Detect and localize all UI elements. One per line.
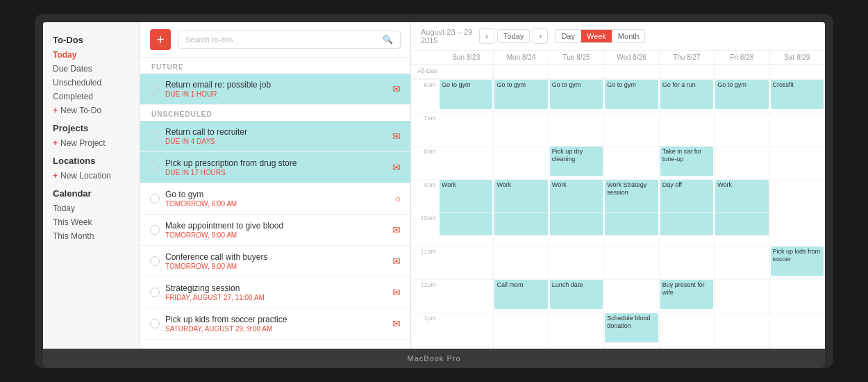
cal-time-cell[interactable] <box>494 146 548 179</box>
cal-time-cell[interactable]: Call mom <box>494 279 548 313</box>
cal-event[interactable]: Buy present for wife <box>660 280 713 309</box>
cal-time-cell[interactable] <box>660 246 714 279</box>
cal-time-cell[interactable] <box>439 146 493 179</box>
cal-time-cell[interactable] <box>494 213 548 246</box>
cal-time-cell[interactable] <box>715 146 769 179</box>
search-box[interactable]: Search to-dos 🔍 <box>178 31 401 49</box>
cal-time-cell[interactable] <box>494 246 548 279</box>
cal-view-week[interactable]: Week <box>581 30 612 42</box>
new-todo-button[interactable]: + New To-Do <box>43 103 140 117</box>
todo-checkbox[interactable] <box>150 131 160 141</box>
cal-time-cell[interactable]: Work <box>439 179 493 213</box>
cal-time-cell[interactable] <box>604 146 658 179</box>
cal-view-day[interactable]: Day <box>556 30 581 42</box>
cal-time-cell[interactable] <box>715 246 769 279</box>
cal-time-cell[interactable] <box>439 279 493 313</box>
cal-time-cell[interactable]: Go to gym <box>549 79 603 113</box>
cal-time-cell[interactable] <box>494 113 548 146</box>
cal-event[interactable]: Crossfit <box>771 80 824 109</box>
todo-item[interactable]: Pick up kids from soccer practiceSATURDA… <box>140 308 410 340</box>
cal-event[interactable]: Pick up dry cleaning <box>550 147 603 176</box>
cal-time-cell[interactable]: Day off <box>660 179 714 213</box>
cal-event[interactable]: Pick up kids from soccer <box>771 247 824 276</box>
todo-item[interactable]: Make appointment to give bloodTOMORROW, … <box>140 215 410 246</box>
cal-time-cell[interactable] <box>549 313 603 346</box>
todo-item[interactable]: Return email re: possible jobDUE IN 1 HO… <box>140 74 410 105</box>
cal-time-cell[interactable]: Work Strategy session <box>604 179 658 213</box>
todo-checkbox[interactable] <box>150 288 160 297</box>
cal-time-cell[interactable] <box>770 113 824 146</box>
cal-time-cell[interactable]: Go to gym <box>439 79 493 113</box>
cal-time-cell[interactable] <box>715 213 769 246</box>
cal-time-cell[interactable] <box>604 113 658 146</box>
cal-event[interactable]: Go for a run <box>660 80 713 109</box>
cal-prev-button[interactable]: ‹ <box>479 28 494 44</box>
todo-checkbox[interactable] <box>150 163 160 172</box>
cal-time-cell[interactable]: Work <box>494 179 548 213</box>
todo-checkbox[interactable] <box>150 194 160 204</box>
cal-time-cell[interactable] <box>439 113 493 146</box>
cal-time-cell[interactable] <box>660 113 714 146</box>
cal-time-cell[interactable] <box>604 346 658 349</box>
cal-time-cell[interactable] <box>770 213 824 246</box>
cal-time-cell[interactable]: Pick up kids from soccer <box>770 246 824 279</box>
cal-time-cell[interactable] <box>549 213 603 246</box>
cal-time-cell[interactable] <box>549 113 603 146</box>
cal-time-cell[interactable] <box>439 213 493 246</box>
cal-time-cell[interactable]: Take in car for tune-up <box>660 146 714 179</box>
cal-time-cell[interactable] <box>660 346 714 349</box>
cal-event[interactable]: Go to gym <box>550 80 603 109</box>
cal-time-cell[interactable] <box>715 113 769 146</box>
cal-time-cell[interactable]: Work <box>549 179 603 213</box>
cal-time-cell[interactable] <box>604 279 658 313</box>
cal-time-cell[interactable]: Pick up dry cleaning <box>549 146 603 179</box>
cal-time-cell[interactable]: Go to gym <box>715 79 769 113</box>
cal-time-cell[interactable]: Lunch date <box>549 279 603 313</box>
cal-time-cell[interactable]: Go to gym <box>494 79 548 113</box>
cal-time-cell[interactable] <box>549 346 603 349</box>
new-location-button[interactable]: + New Location <box>43 169 140 183</box>
cal-time-cell[interactable] <box>770 346 824 349</box>
cal-time-cell[interactable] <box>439 313 493 346</box>
cal-time-cell[interactable] <box>770 313 824 346</box>
cal-time-cell[interactable] <box>660 213 714 246</box>
todo-checkbox[interactable] <box>150 319 160 329</box>
sidebar-item-cal-week[interactable]: This Week <box>43 215 140 229</box>
sidebar-item-due-dates[interactable]: Due Dates <box>43 62 140 76</box>
cal-time-cell[interactable] <box>770 279 824 313</box>
cal-today-button[interactable]: Today <box>497 29 530 43</box>
cal-time-cell[interactable] <box>715 346 769 349</box>
cal-time-cell[interactable]: Buy present for wife <box>660 279 714 313</box>
cal-next-button[interactable]: › <box>533 28 548 44</box>
new-project-button[interactable]: + New Project <box>43 136 140 150</box>
cal-time-cell[interactable] <box>770 146 824 179</box>
cal-event[interactable]: Go to gym <box>440 80 492 109</box>
sidebar-item-cal-today[interactable]: Today <box>43 201 140 215</box>
cal-time-cell[interactable] <box>715 279 769 313</box>
cal-event[interactable]: Go to gym <box>494 80 547 109</box>
todo-checkbox[interactable] <box>150 84 160 94</box>
cal-event[interactable]: Lunch date <box>550 280 603 309</box>
todo-checkbox[interactable] <box>150 225 160 235</box>
todo-item[interactable]: Return call to recruiterDUE IN 4 DAYS✉ <box>140 121 410 152</box>
cal-time-cell[interactable]: Go for a run <box>660 79 714 113</box>
todo-item[interactable]: Strategizing sessionFRIDAY, AUGUST 27, 1… <box>140 277 410 308</box>
cal-event[interactable]: Go to gym <box>715 80 768 109</box>
sidebar-item-completed[interactable]: Completed <box>43 90 140 103</box>
cal-event[interactable]: Call mom <box>494 280 547 309</box>
cal-time-cell[interactable]: Go to gym <box>604 79 658 113</box>
cal-time-cell[interactable]: Schedule blood donation <box>604 313 658 346</box>
cal-time-cell[interactable] <box>604 246 658 279</box>
cal-time-cell[interactable] <box>439 346 493 349</box>
cal-time-cell[interactable] <box>715 313 769 346</box>
add-todo-button[interactable]: + <box>150 29 171 50</box>
cal-event[interactable]: Schedule blood donation <box>605 313 658 342</box>
sidebar-item-today[interactable]: Today <box>43 48 140 62</box>
cal-time-cell[interactable] <box>604 213 658 246</box>
cal-time-cell[interactable] <box>494 346 548 349</box>
cal-event[interactable]: Go to gym <box>605 80 658 109</box>
todo-item[interactable]: Go to gymTOMORROW, 6:00 AM○ <box>140 183 410 215</box>
todo-item[interactable]: Pick up prescription from drug storeDUE … <box>140 152 410 183</box>
cal-time-cell[interactable]: Crossfit <box>770 79 824 113</box>
cal-time-cell[interactable] <box>660 313 714 346</box>
